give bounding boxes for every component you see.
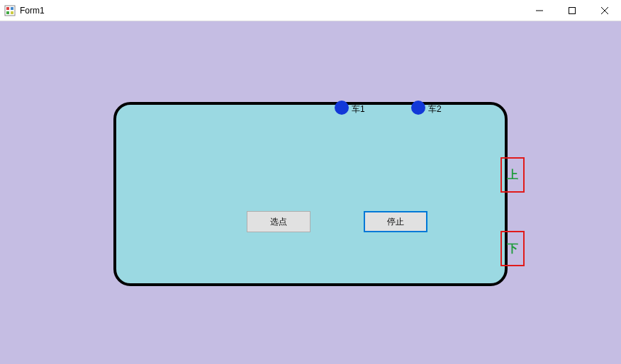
svg-rect-4 xyxy=(11,11,13,14)
down-button[interactable]: 下 xyxy=(500,231,525,266)
maximize-button[interactable] xyxy=(556,0,588,21)
car1-dot xyxy=(335,101,349,115)
up-button[interactable]: 上 xyxy=(500,157,525,193)
window-title: Form1 xyxy=(20,6,523,16)
car2-dot xyxy=(411,101,425,115)
svg-rect-3 xyxy=(6,11,9,14)
svg-rect-6 xyxy=(569,7,576,13)
window-controls xyxy=(523,0,621,21)
titlebar: Form1 xyxy=(0,0,621,21)
stop-button[interactable]: 停止 xyxy=(364,211,427,232)
select-point-button[interactable]: 选点 xyxy=(247,211,310,232)
app-icon xyxy=(4,5,16,16)
track-panel xyxy=(113,102,508,286)
car1-label: 车1 xyxy=(352,103,365,115)
car2-label: 车2 xyxy=(428,103,442,115)
minimize-button[interactable] xyxy=(523,0,556,21)
svg-rect-1 xyxy=(6,7,9,10)
svg-rect-2 xyxy=(11,7,13,10)
close-button[interactable] xyxy=(588,0,621,21)
client-area: 车1 车2 选点 停止 上 下 xyxy=(0,21,621,364)
